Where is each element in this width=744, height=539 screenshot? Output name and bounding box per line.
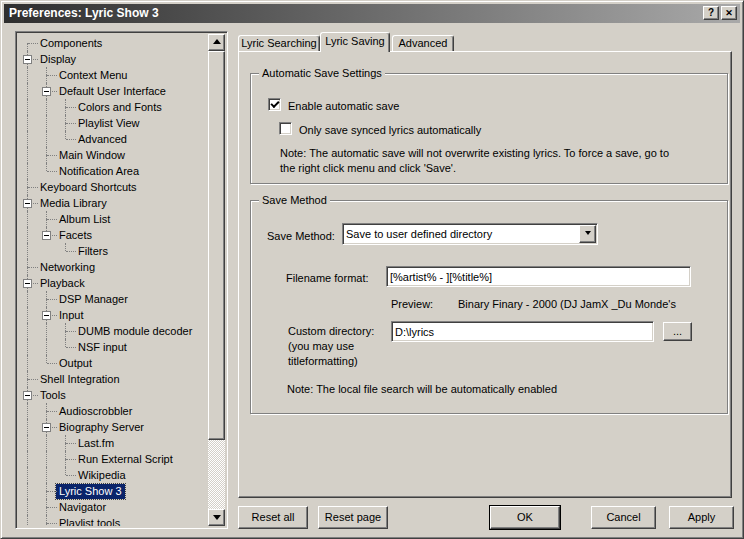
tree-item-input[interactable]: Input <box>18 307 208 323</box>
scrollbar-up-button[interactable] <box>208 34 225 51</box>
custom-directory-hint-line2: titleformatting) <box>288 354 358 368</box>
reset-all-button[interactable]: Reset all <box>238 506 308 529</box>
cancel-button[interactable]: Cancel <box>591 506 656 529</box>
tree-item-wikipedia[interactable]: Wikipedia <box>18 467 208 483</box>
tree-guide-line <box>46 155 47 163</box>
tree-item-components[interactable]: Components <box>18 35 208 51</box>
tree-item-label: DUMB module decoder <box>75 324 195 339</box>
tree-item-display[interactable]: Display <box>18 51 208 67</box>
tree-item-main-window[interactable]: Main Window <box>18 147 208 163</box>
tree-item-context-menu[interactable]: Context Menu <box>18 67 208 83</box>
tab-lyric-searching[interactable]: Lyric Searching <box>238 35 320 51</box>
save-method-dropdown[interactable]: Save to user defined directory <box>342 223 598 245</box>
enable-automatic-save-label: Enable automatic save <box>288 99 399 113</box>
tree-item-biography-server[interactable]: Biography Server <box>18 419 208 435</box>
tree-item-shell-integration[interactable]: Shell Integration <box>18 371 208 387</box>
tree-guide-line <box>46 411 47 419</box>
tree-guide-line <box>46 515 47 523</box>
tree-scrollbar[interactable] <box>208 34 225 526</box>
tree-item-default-user-interface[interactable]: Default User Interface <box>18 83 208 99</box>
tree-item-last-fm[interactable]: Last.fm <box>18 435 208 451</box>
tree-branch-cell <box>37 355 56 371</box>
tree-item-media-library[interactable]: Media Library <box>18 195 208 211</box>
tree-item-facets[interactable]: Facets <box>18 227 208 243</box>
tree-branch-cell <box>56 339 75 355</box>
tree-item-notification-area[interactable]: Notification Area <box>18 163 208 179</box>
tree-item-networking[interactable]: Networking <box>18 259 208 275</box>
tree-expand-cell[interactable] <box>18 195 37 211</box>
tree-item-playlist-view[interactable]: Playlist View <box>18 115 208 131</box>
tree-guide-line <box>46 499 47 507</box>
tab-advanced[interactable]: Advanced <box>392 35 454 51</box>
tree-item-label: Context Menu <box>56 68 130 83</box>
tree-expand-cell[interactable] <box>18 51 37 67</box>
tree-item-label: Networking <box>37 260 98 275</box>
help-button[interactable]: ? <box>703 6 719 20</box>
filename-format-input[interactable] <box>386 266 691 287</box>
tree-guide-line <box>46 299 47 307</box>
collapse-icon[interactable] <box>42 231 51 240</box>
custom-directory-input[interactable] <box>391 321 654 342</box>
scrollbar-down-button[interactable] <box>208 509 225 526</box>
tree-indent <box>18 307 37 323</box>
collapse-icon[interactable] <box>23 279 32 288</box>
apply-button[interactable]: Apply <box>669 506 734 529</box>
title-bar[interactable]: Preferences: Lyric Show 3 ? ✕ <box>4 4 740 23</box>
tree-expand-cell[interactable] <box>37 83 56 99</box>
close-button[interactable]: ✕ <box>721 6 737 20</box>
tree-item-lyric-show-3[interactable]: Lyric Show 3 <box>18 483 208 499</box>
tree-item-dsp-manager[interactable]: DSP Manager <box>18 291 208 307</box>
tree-indent <box>18 515 37 526</box>
enable-automatic-save-checkbox[interactable] <box>268 98 281 111</box>
tree-expand-cell[interactable] <box>18 275 37 291</box>
tree-item-label: Run External Script <box>75 452 176 467</box>
tree-guide-line <box>27 467 28 483</box>
tree-expand-cell[interactable] <box>37 307 56 323</box>
tree-indent <box>37 451 56 467</box>
save-method-label: Save Method: <box>267 229 335 243</box>
tree-guide-line <box>46 211 47 219</box>
tree-item-label: Wikipedia <box>75 468 129 483</box>
collapse-icon[interactable] <box>42 311 51 320</box>
collapse-icon[interactable] <box>23 391 32 400</box>
ok-button[interactable]: OK <box>490 506 560 529</box>
tree-item-keyboard-shortcuts[interactable]: Keyboard Shortcuts <box>18 179 208 195</box>
reset-page-button[interactable]: Reset page <box>318 506 388 529</box>
tree-item-label: Last.fm <box>75 436 117 451</box>
dropdown-arrow-button[interactable] <box>579 225 596 243</box>
collapse-icon[interactable] <box>42 423 51 432</box>
only-save-synced-checkbox[interactable] <box>279 122 292 135</box>
tree-item-playback[interactable]: Playback <box>18 275 208 291</box>
tree-expand-cell[interactable] <box>18 387 37 403</box>
tree-item-run-external-script[interactable]: Run External Script <box>18 451 208 467</box>
tree-branch-cell <box>56 323 75 339</box>
tree-item-tools[interactable]: Tools <box>18 387 208 403</box>
tree-item-album-list[interactable]: Album List <box>18 211 208 227</box>
tree-item-output[interactable]: Output <box>18 355 208 371</box>
browse-button[interactable]: ... <box>663 322 692 341</box>
tree-guide-line <box>47 171 57 172</box>
collapse-icon[interactable] <box>23 199 32 208</box>
tree-guide-line <box>27 291 28 307</box>
tree-item-playlist-tools[interactable]: Playlist tools <box>18 515 208 526</box>
tree-guide-line <box>65 131 66 139</box>
tree-branch-cell <box>18 35 37 51</box>
tree-item-nsf-input[interactable]: NSF input <box>18 339 208 355</box>
tree-guide-line <box>46 451 47 467</box>
tree-item-filters[interactable]: Filters <box>18 243 208 259</box>
tree-expand-cell[interactable] <box>37 419 56 435</box>
custom-directory-hint-line1: (you may use <box>288 339 354 353</box>
scrollbar-thumb[interactable] <box>208 51 225 440</box>
collapse-icon[interactable] <box>23 55 32 64</box>
tree-expand-cell[interactable] <box>37 227 56 243</box>
tree-item-label: Notification Area <box>56 164 142 179</box>
tree-guide-line <box>66 107 76 108</box>
tree-item-navigator[interactable]: Navigator <box>18 499 208 515</box>
tab-lyric-saving[interactable]: Lyric Saving <box>320 32 390 52</box>
collapse-icon[interactable] <box>42 87 51 96</box>
tree-item-audioscrobbler[interactable]: Audioscrobbler <box>18 403 208 419</box>
tree-item-dumb-module-decoder[interactable]: DUMB module decoder <box>18 323 208 339</box>
tree-item-advanced[interactable]: Advanced <box>18 131 208 147</box>
tree-item-colors-and-fonts[interactable]: Colors and Fonts <box>18 99 208 115</box>
minus-glyph <box>44 427 49 428</box>
